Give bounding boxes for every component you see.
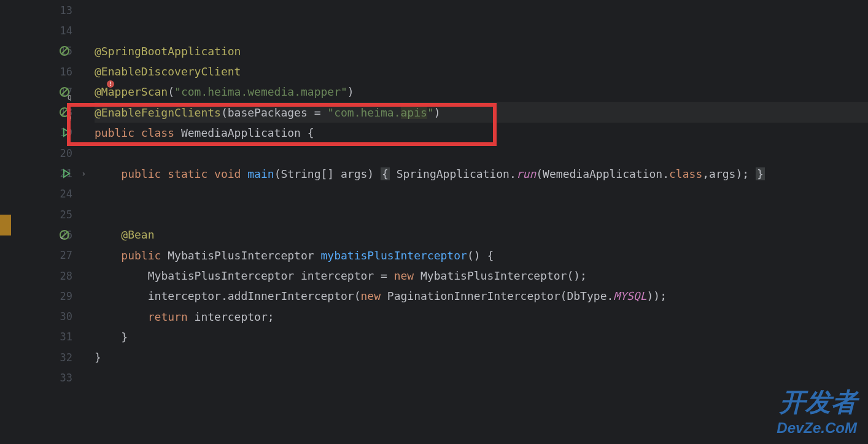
left-marker-strip: [0, 0, 11, 444]
line-number: 31: [60, 331, 72, 343]
code-line-20[interactable]: [95, 143, 868, 163]
line-number: 28: [60, 270, 72, 282]
line-number: 25: [60, 209, 72, 221]
code-line-29[interactable]: interceptor.addInnerInterceptor(new Pagi…: [95, 286, 868, 306]
line-number: 24: [60, 188, 72, 200]
code-line-27[interactable]: public MybatisPlusInterceptor mybatisPlu…: [95, 245, 868, 266]
search-subscript-icon: Q: [68, 94, 72, 102]
code-line-21[interactable]: public static void main(String[] args) {…: [95, 163, 868, 183]
line-number: 14: [60, 25, 72, 37]
line-number: 29: [60, 290, 72, 302]
line-number: 30: [60, 310, 72, 323]
run-icon[interactable]: [61, 169, 71, 178]
line-number-gutter[interactable]: 13 14 15 16 17 Q 18 Q 19: [11, 0, 76, 444]
code-line-24[interactable]: [95, 184, 868, 204]
watermark-line1: 开发者: [780, 385, 857, 419]
code-line-17[interactable]: ! @MapperScan("com.heima.wemedia.mapper"…: [95, 82, 868, 102]
line-number: 27: [60, 249, 72, 261]
code-line-25[interactable]: [95, 204, 868, 224]
line-number: 33: [60, 372, 72, 384]
code-line-14[interactable]: [95, 20, 868, 40]
line-number: 32: [60, 351, 72, 364]
code-line-32[interactable]: }: [95, 347, 868, 367]
code-line-16[interactable]: @EnableDiscoveryClient: [95, 61, 868, 82]
code-line-28[interactable]: MybatisPlusInterceptor interceptor = new…: [95, 266, 868, 286]
code-line-13[interactable]: [95, 0, 868, 20]
line-number: 13: [60, 4, 72, 17]
no-entry-recurse-icon[interactable]: [59, 229, 70, 240]
code-line-30[interactable]: return interceptor;: [95, 306, 868, 326]
svg-line-3: [61, 89, 68, 95]
no-entry-icon[interactable]: [59, 45, 70, 56]
code-area[interactable]: @SpringBootApplication @EnableDiscoveryC…: [76, 0, 868, 444]
svg-line-1: [61, 48, 68, 54]
code-line-26[interactable]: @Bean: [95, 224, 868, 245]
line-number: 16: [60, 66, 72, 78]
change-marker: [0, 215, 11, 235]
svg-line-7: [61, 232, 68, 238]
code-line-31[interactable]: }: [95, 327, 868, 347]
line-number: 20: [60, 147, 72, 159]
watermark-line2: DevZe.CoM: [777, 419, 857, 437]
highlight-box-annotation: [67, 103, 497, 146]
code-line-33[interactable]: [95, 367, 868, 388]
code-line-15[interactable]: @SpringBootApplication: [95, 41, 868, 61]
code-editor[interactable]: 13 14 15 16 17 Q 18 Q 19: [0, 0, 868, 444]
